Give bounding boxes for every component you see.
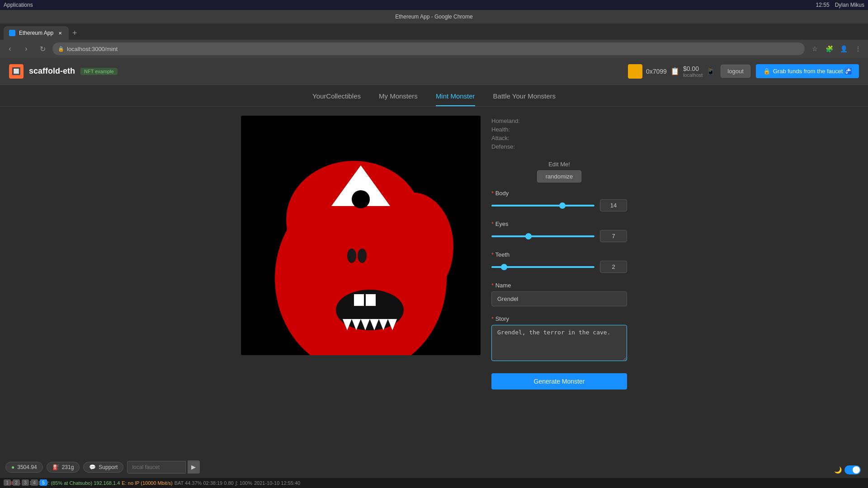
stats-section: Homeland: Health: Attack: Defense: <box>491 117 627 152</box>
app-container: 🔲 scaffold-eth NFT example 0x7099 📋 $0.0… <box>0 58 868 399</box>
name-form-group: * Name <box>491 282 627 306</box>
faucet-label: Grab funds from the faucet 🚰 <box>773 68 852 75</box>
body-slider-row <box>491 199 627 211</box>
teeth-form-group: * Teeth <box>491 251 627 273</box>
teeth-slider-row <box>491 261 627 273</box>
tab-favicon <box>9 30 15 36</box>
teeth-label: * Teeth <box>491 251 627 258</box>
story-form-group: * Story Grendel, the terror in the cave. <box>491 315 627 362</box>
body-value-input[interactable] <box>600 199 627 211</box>
monster-svg <box>241 116 481 355</box>
browser-titlebar: Ethereum App - Google Chrome <box>0 10 868 23</box>
monster-canvas <box>241 116 481 355</box>
eyes-form-group: * Eyes <box>491 221 627 242</box>
lock-icon: 🔒 <box>58 46 64 52</box>
copy-address-button[interactable]: 📋 <box>670 67 679 75</box>
attack-label: Attack: <box>491 135 509 141</box>
svg-point-6 <box>347 249 356 263</box>
story-textarea[interactable]: Grendel, the terror in the cave. <box>491 325 627 361</box>
edit-me-label: Edit Me! <box>491 161 627 168</box>
homeland-row: Homeland: <box>491 117 627 124</box>
eyes-slider[interactable] <box>491 235 594 237</box>
os-time: 12:55 <box>816 2 830 8</box>
randomize-button[interactable]: randomize <box>537 170 582 183</box>
wallet-network: localhost <box>683 72 703 78</box>
svg-point-7 <box>358 249 367 263</box>
qr-button[interactable]: 📱 <box>706 67 715 75</box>
app-header: 🔲 scaffold-eth NFT example 0x7099 📋 $0.0… <box>0 58 868 85</box>
attack-row: Attack: <box>491 135 627 141</box>
wallet-avatar <box>628 64 642 79</box>
wallet-address: 0x7099 <box>646 68 667 75</box>
health-row: Health: <box>491 126 627 133</box>
story-label: * Story <box>491 315 627 322</box>
wallet-info: 0x7099 📋 $0.00 localhost 📱 <box>628 64 715 79</box>
svg-point-3 <box>372 192 453 301</box>
teeth-required: * <box>491 251 494 258</box>
eyes-slider-row <box>491 230 627 242</box>
address-bar[interactable]: 🔒 localhost:3000/mint <box>52 42 805 55</box>
profile-button[interactable]: 👤 <box>837 42 850 55</box>
body-slider[interactable] <box>491 205 594 206</box>
generate-monster-button[interactable]: Generate Monster <box>491 373 627 389</box>
body-label: * Body <box>491 190 627 197</box>
name-label: * Name <box>491 282 627 289</box>
menu-button[interactable]: ⋮ <box>852 42 864 55</box>
browser-nav-bar: ‹ › ↻ 🔒 localhost:3000/mint ☆ 🧩 👤 ⋮ <box>0 40 868 58</box>
browser-title: Ethereum App - Google Chrome <box>4 14 864 20</box>
tab-title: Ethereum App <box>19 30 53 36</box>
nav-tabs: YourCollectibles My Monsters Mint Monste… <box>0 85 868 107</box>
right-panel: Homeland: Health: Attack: Defense: <box>491 116 627 389</box>
defense-row: Defense: <box>491 143 627 150</box>
logout-button[interactable]: logout <box>721 65 750 78</box>
tab-your-collectibles[interactable]: YourCollectibles <box>312 92 361 106</box>
faucet-lock-icon: 🔒 <box>763 68 770 75</box>
teeth-slider[interactable] <box>491 266 594 268</box>
name-input[interactable] <box>491 291 627 306</box>
tab-close-btn[interactable]: ✕ <box>57 30 63 36</box>
app-logo: 🔲 <box>9 64 24 79</box>
os-user: Dylan Mikus <box>835 2 864 8</box>
wallet-balance: $0.00 <box>683 65 699 72</box>
app-title: scaffold-eth <box>29 66 75 76</box>
body-form-group: * Body <box>491 190 627 211</box>
svg-rect-10 <box>366 294 376 306</box>
url-text: localhost:3000/mint <box>67 46 118 52</box>
forward-button[interactable]: › <box>20 42 33 55</box>
body-required: * <box>491 190 494 197</box>
faucet-button[interactable]: 🔒 Grab funds from the faucet 🚰 <box>756 64 859 78</box>
new-tab-button[interactable]: + <box>69 26 81 40</box>
edit-section: Edit Me! randomize <box>491 161 627 183</box>
health-label: Health: <box>491 126 510 133</box>
homeland-label: Homeland: <box>491 117 520 124</box>
teeth-value-input[interactable] <box>600 261 627 273</box>
eyes-label: * Eyes <box>491 221 627 227</box>
tab-bar: Ethereum App ✕ + <box>0 23 868 40</box>
eyes-value-input[interactable] <box>600 230 627 242</box>
svg-rect-9 <box>354 294 364 306</box>
story-required: * <box>491 315 494 322</box>
eyes-required: * <box>491 221 494 227</box>
browser-tab[interactable]: Ethereum App ✕ <box>4 26 69 40</box>
tab-mint-monster[interactable]: Mint Monster <box>436 92 475 106</box>
bookmark-button[interactable]: ☆ <box>808 42 821 55</box>
os-apps-menu[interactable]: Applications <box>4 2 33 8</box>
defense-label: Defense: <box>491 143 515 150</box>
refresh-button[interactable]: ↻ <box>36 42 49 55</box>
tab-my-monsters[interactable]: My Monsters <box>379 92 418 106</box>
main-content: Homeland: Health: Attack: Defense: <box>0 107 868 399</box>
nft-badge: NFT example <box>80 68 118 75</box>
os-top-bar: Applications 12:55 Dylan Mikus <box>0 0 868 10</box>
back-button[interactable]: ‹ <box>4 42 16 55</box>
svg-point-5 <box>352 190 370 208</box>
name-required: * <box>491 282 494 289</box>
tab-battle-monsters[interactable]: Battle Your Monsters <box>493 92 556 106</box>
extensions-button[interactable]: 🧩 <box>823 42 835 55</box>
